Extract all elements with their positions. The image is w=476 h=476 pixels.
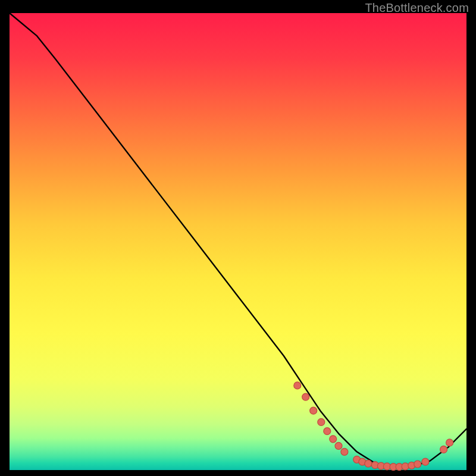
data-point <box>294 382 301 389</box>
plot-area <box>10 13 466 470</box>
data-point <box>446 439 453 446</box>
annotation-dots <box>294 382 453 471</box>
data-point <box>341 448 348 455</box>
data-point <box>310 407 317 414</box>
data-point <box>302 393 309 400</box>
data-point <box>330 436 337 443</box>
data-point <box>440 446 447 453</box>
data-point <box>365 460 372 467</box>
data-point <box>402 463 409 470</box>
chart-stage: TheBottleneck.com <box>0 0 476 476</box>
data-point <box>414 461 421 468</box>
data-point <box>324 428 331 435</box>
curve-line <box>10 13 466 468</box>
data-point <box>335 442 342 449</box>
chart-overlay <box>10 13 466 470</box>
data-point <box>318 418 325 425</box>
data-point <box>422 458 429 465</box>
